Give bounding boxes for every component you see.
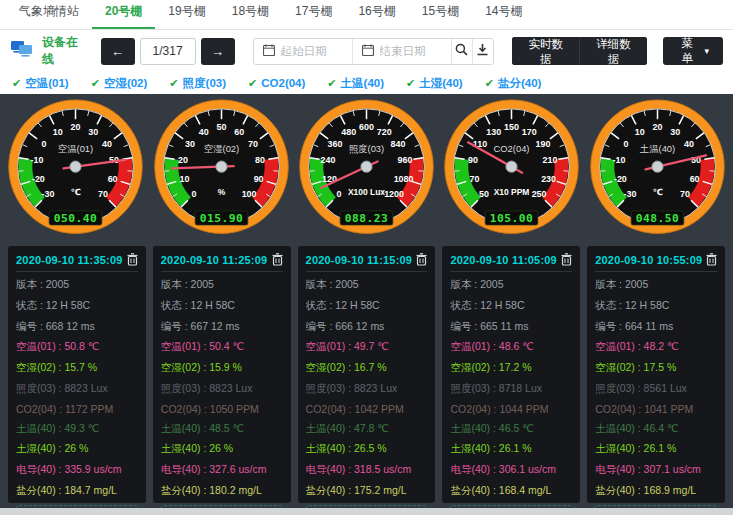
panel-rows: 版本 : 2005状态 : 12 H 58C编号 : 667 12 ms空温(0… [161,278,283,505]
search-icon [455,43,468,59]
tab-1[interactable]: 20号棚 [92,0,155,29]
menu-button[interactable]: 菜单 ▾ [663,37,723,65]
svg-text:℃: ℃ [652,187,662,197]
panel-row: CO2(04) : 1044 PPM [450,403,572,415]
panel-row: 土湿(40) : 26 % [16,442,138,456]
panel-rows: 版本 : 2005状态 : 12 H 58C编号 : 665 11 ms空温(0… [450,278,572,505]
panel-rows: 版本 : 2005状态 : 12 H 58C编号 : 664 11 ms空温(0… [595,278,717,505]
svg-text:空湿(02): 空湿(02) [203,143,238,154]
filter-label: 空湿(02) [104,76,147,91]
panel-row: 土温(40) : 47.8 ℃ [306,422,428,436]
svg-text:50: 50 [479,189,489,199]
filter-2[interactable]: ✔照度(03) [169,76,226,91]
gauge-2: 012024036048060072084096010801200照度(03)X… [296,99,437,240]
prev-page-button[interactable]: ← [101,38,135,65]
filter-0[interactable]: ✔空温(01) [12,76,69,91]
panel-timestamp: 2020-09-10 11:15:09 [306,254,413,266]
trash-icon[interactable] [561,253,572,266]
dashboard: -30-20-10010203040506070空温(01)℃050.40010… [0,94,733,515]
svg-text:X10 PPM: X10 PPM [494,187,530,197]
panel-row: 土温(40) : 49.3 ℃ [16,422,138,436]
tab-7[interactable]: 14号棚 [472,0,535,29]
svg-text:088.23: 088.23 [345,212,389,225]
svg-text:90: 90 [253,174,263,184]
svg-text:20: 20 [71,122,81,132]
filter-5[interactable]: ✔土湿(40) [406,76,463,91]
filter-3[interactable]: ✔CO2(04) [248,77,305,90]
panel-row: CO2(04) : 1050 PPM [161,403,283,415]
svg-text:20: 20 [652,122,662,132]
panel-rows: 版本 : 2005状态 : 12 H 58C编号 : 668 12 ms空温(0… [16,278,138,505]
trash-icon[interactable] [127,253,138,266]
trash-icon[interactable] [416,253,427,266]
filter-4[interactable]: ✔土温(40) [327,76,384,91]
filter-label: CO2(04) [261,77,305,89]
filter-6[interactable]: ✔盐分(40) [485,76,542,91]
panel-row: 版本 : 2005 [306,278,428,292]
svg-text:CO2(04): CO2(04) [494,143,530,154]
start-date-input[interactable] [281,45,343,57]
panel-header: 2020-09-10 11:25:09 [161,253,283,272]
download-button[interactable] [473,39,494,64]
tab-4[interactable]: 17号棚 [282,0,345,29]
panel-row: 空湿(02) : 15.9 % [161,361,283,375]
panel-row: 电导(40) : 307.1 us/cm [595,463,717,477]
svg-text:0: 0 [42,139,47,149]
svg-text:480: 480 [341,127,356,137]
svg-text:170: 170 [522,127,537,137]
search-button[interactable] [452,39,473,64]
svg-text:70: 70 [248,139,258,149]
realtime-data-button[interactable]: 实时数据 [512,37,579,65]
svg-text:60: 60 [689,174,699,184]
panel-row: CO2(04) : 1172 PPM [16,403,138,415]
panel-row: 空湿(02) : 15.7 % [16,361,138,375]
check-icon: ✔ [248,77,257,90]
toolbar: 设备在线 ← 1/317 → 实时数据 [0,30,733,72]
panel-row: 电导(40) : 327.6 us/cm [161,463,283,477]
panel-header: 2020-09-10 11:35:09 [16,253,138,272]
start-date-field[interactable] [254,39,353,64]
panel-row: 照度(03) : 8561 Lux [595,382,717,396]
next-page-button[interactable]: → [201,38,235,65]
filter-1[interactable]: ✔空湿(02) [91,76,148,91]
svg-text:150: 150 [504,122,519,132]
data-panel-0: 2020-09-10 11:35:09版本 : 2005状态 : 12 H 58… [8,246,146,503]
panel-row: CO2(04) : 1041 PPM [595,403,717,415]
tab-2[interactable]: 19号棚 [155,0,218,29]
svg-text:230: 230 [542,174,557,184]
readings-panels-row: 2020-09-10 11:35:09版本 : 2005状态 : 12 H 58… [0,242,733,508]
svg-text:0: 0 [623,139,628,149]
panel-row: 土湿(40) : 26.5 % [306,442,428,456]
panel-row: 空温(01) : 48.6 ℃ [450,340,572,354]
svg-text:0: 0 [336,189,341,199]
svg-text:015.90: 015.90 [199,212,243,225]
tab-3[interactable]: 18号棚 [219,0,282,29]
svg-text:空温(01): 空温(01) [58,143,93,154]
page-indicator[interactable]: 1/317 [140,38,196,65]
svg-text:048.50: 048.50 [635,212,679,225]
panel-row: 编号 : 667 12 ms [161,320,283,334]
check-icon: ✔ [91,77,100,90]
tab-0[interactable]: 气象墒情站 [6,0,92,29]
download-icon [476,43,489,59]
detail-data-button[interactable]: 详细数据 [579,37,647,65]
station-tabbar: 气象墒情站20号棚19号棚18号棚17号棚16号棚15号棚14号棚 [0,0,733,30]
svg-text:40: 40 [198,127,208,137]
panel-row: 空湿(02) : 17.5 % [595,361,717,375]
panel-row: 空温(01) : 49.7 ℃ [306,340,428,354]
end-date-field[interactable] [353,39,452,64]
panel-row: 土湿(40) : 26.1 % [595,442,717,456]
end-date-input[interactable] [380,45,442,57]
tab-6[interactable]: 15号棚 [409,0,472,29]
svg-text:40: 40 [684,139,694,149]
panel-row: 照度(03) : 8823 Lux [306,382,428,396]
svg-text:土温(40): 土温(40) [640,143,675,154]
panel-row: 电导(40) : 335.9 us/cm [16,463,138,477]
trash-icon[interactable] [706,253,717,266]
trash-icon[interactable] [272,253,283,266]
svg-text:-20: -20 [614,174,627,184]
tab-5[interactable]: 16号棚 [345,0,408,29]
panel-row: 照度(03) : 8718 Lux [450,382,572,396]
svg-text:60: 60 [108,174,118,184]
check-icon: ✔ [406,77,415,90]
